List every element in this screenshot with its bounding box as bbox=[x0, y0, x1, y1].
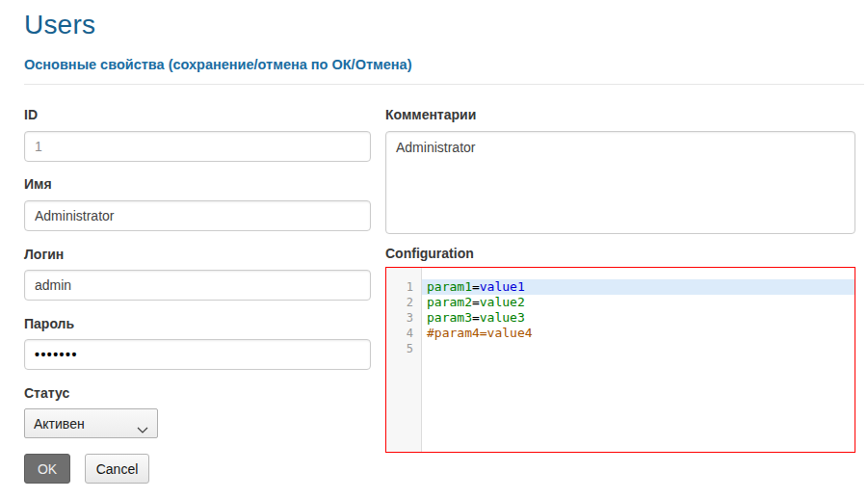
configuration-editor[interactable]: 1 2 3 4 5 param1=value1 param2=value2 pa… bbox=[385, 267, 855, 453]
code-token: value1 bbox=[480, 279, 525, 294]
line-number: 3 bbox=[386, 310, 413, 326]
login-input[interactable] bbox=[24, 270, 371, 301]
password-input[interactable] bbox=[24, 339, 371, 370]
code-line: param3=value3 bbox=[422, 310, 855, 326]
comments-label: Комментарии bbox=[385, 107, 476, 122]
line-number: 2 bbox=[386, 295, 413, 310]
code-token: = bbox=[472, 310, 480, 325]
configuration-label: Configuration bbox=[385, 246, 474, 261]
users-form-page: Users Основные свойства (сохранение/отме… bbox=[0, 0, 868, 498]
code-token: = bbox=[472, 279, 480, 294]
code-token: value2 bbox=[480, 295, 525, 309]
code-line: #param4=value4 bbox=[422, 326, 855, 341]
editor-code-area[interactable]: param1=value1 param2=value2 param3=value… bbox=[422, 268, 855, 452]
code-token: param1 bbox=[427, 279, 472, 294]
code-line: param2=value2 bbox=[422, 295, 855, 310]
name-input[interactable] bbox=[24, 200, 371, 231]
status-label: Статус bbox=[24, 385, 69, 401]
login-label: Логин bbox=[24, 247, 64, 262]
page-title: Users bbox=[24, 10, 95, 40]
status-select-wrap: Активен bbox=[24, 408, 158, 438]
divider bbox=[24, 84, 864, 85]
code-token: #param4=value4 bbox=[427, 326, 533, 340]
code-token: param3 bbox=[427, 310, 472, 325]
editor-line-number-gutter: 1 2 3 4 5 bbox=[386, 268, 422, 452]
id-label: ID bbox=[24, 107, 38, 122]
id-input[interactable] bbox=[24, 131, 371, 162]
comments-textarea[interactable]: Administrator bbox=[385, 131, 855, 234]
code-token: value3 bbox=[480, 310, 525, 325]
name-label: Имя bbox=[24, 176, 52, 192]
code-line bbox=[422, 341, 855, 356]
ok-button[interactable]: OK bbox=[24, 454, 70, 484]
line-number: 1 bbox=[386, 279, 413, 295]
code-line-active: param1=value1 bbox=[422, 279, 855, 295]
code-token: param2 bbox=[427, 295, 472, 309]
line-number: 5 bbox=[386, 341, 413, 356]
code-token: = bbox=[472, 295, 480, 309]
cancel-button[interactable]: Cancel bbox=[85, 454, 149, 484]
status-select[interactable]: Активен bbox=[24, 408, 158, 438]
section-heading: Основные свойства (сохранение/отмена по … bbox=[24, 57, 411, 72]
password-label: Пароль bbox=[24, 316, 74, 331]
line-number: 4 bbox=[386, 326, 413, 341]
